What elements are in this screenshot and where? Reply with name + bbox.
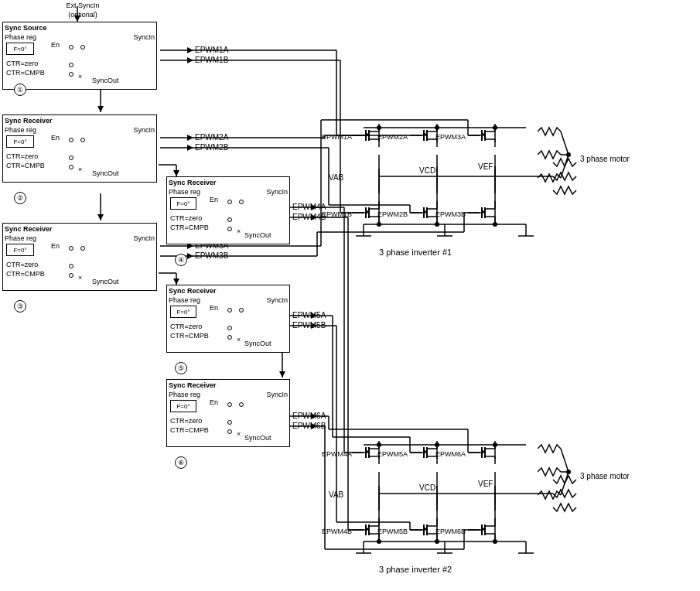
block4-en: En: [210, 196, 218, 203]
svg-marker-15: [187, 47, 193, 53]
block5-num: ⑤: [175, 362, 187, 374]
svg-line-247: [561, 155, 569, 178]
inv2-epwm5a-label: EPWM5A: [377, 450, 408, 458]
block3-title: Sync Receiver: [5, 225, 53, 233]
block3-phase-reg: Phase reg: [5, 234, 36, 242]
block1-ctr-sw1: [69, 63, 73, 67]
block2-x: ×: [78, 166, 82, 173]
block2-num: ②: [14, 192, 26, 204]
block3-f-box: F=0°: [6, 244, 34, 256]
epwm6b-label: EPWM6B: [292, 422, 326, 430]
svg-point-252: [566, 470, 571, 474]
inv1-vcd: VCD: [419, 166, 435, 175]
mosfet-2a-top: [410, 124, 464, 166]
block2-title: Sync Receiver: [5, 117, 53, 125]
block6-title: Sync Receiver: [169, 381, 217, 389]
block6-syncout: SyncOut: [244, 434, 271, 442]
motor1-coils: [538, 124, 584, 217]
block2: Sync Receiver Phase reg SyncIn F=0° En C…: [2, 114, 157, 183]
block6-cmpb-sw: [227, 429, 232, 434]
block1-syncout: SyncOut: [92, 77, 119, 84]
block1-sw2: [80, 45, 85, 50]
inv1-epwm3b-label: EPWM3B: [435, 210, 466, 218]
epwm1b-label: EPWM1B: [195, 56, 228, 64]
svg-line-249: [561, 449, 569, 472]
block4: Sync Receiver Phase reg SyncIn F=0° En C…: [166, 176, 290, 244]
block6-phase-reg: Phase reg: [169, 391, 200, 398]
block5-ctr-sw1: [227, 326, 232, 330]
block5-sw2: [239, 308, 244, 313]
mosfet-1b-bot: [352, 201, 406, 244]
block1-cmpb-sw: [69, 72, 73, 77]
diagram-container: Ext SyncIn (optional) Sync Source Phase …: [0, 0, 700, 591]
inv2-label: 3 phase inverter #2: [379, 565, 452, 574]
motor1-label: 3 phase motor: [580, 155, 630, 163]
block1-phase-reg: Phase reg: [5, 33, 36, 41]
block6: Sync Receiver Phase reg SyncIn F=0° En C…: [166, 379, 290, 447]
inv1-epwm1b-label: EPWM1B: [322, 210, 352, 218]
block4-f-box: F=0°: [170, 197, 196, 210]
svg-line-251: [561, 472, 569, 495]
block5-ctr-zero: CTR=zero: [170, 323, 202, 330]
motor2-label: 3 phase motor: [580, 472, 630, 480]
block3-syncout: SyncOut: [92, 278, 119, 285]
inv2-epwm6a-label: EPWM6A: [435, 450, 466, 458]
block5-title: Sync Receiver: [169, 287, 217, 295]
inv1-label: 3 phase inverter #1: [379, 248, 452, 257]
epwm1a-label: EPWM1A: [195, 46, 228, 54]
block2-ctr-sw1: [69, 155, 73, 160]
block6-ctr-sw1: [227, 420, 232, 425]
svg-marker-25: [187, 253, 193, 259]
block4-syncout: SyncOut: [244, 231, 271, 239]
svg-marker-5: [97, 214, 104, 220]
svg-marker-21: [187, 145, 193, 151]
inv2-epwm4b-label: EPWM4B: [322, 528, 352, 535]
block3: Sync Receiver Phase reg SyncIn F=0° En C…: [2, 223, 157, 291]
block4-num: ④: [175, 254, 187, 266]
block4-phase-reg: Phase reg: [169, 188, 200, 196]
mosfet-2b-bot: [410, 201, 464, 244]
epwm6a-label: EPWM6A: [292, 412, 326, 420]
inv1-epwm1a-label: EPWM1A: [322, 133, 352, 141]
block5: Sync Receiver Phase reg SyncIn F=0° En C…: [166, 285, 290, 353]
block3-ctr-sw1: [69, 264, 73, 268]
block1: Sync Source Phase reg SyncIn F=0° En CTR…: [2, 22, 157, 90]
block3-num: ③: [14, 300, 26, 313]
block1-ctr-zero: CTR=zero: [6, 60, 38, 67]
block3-sw1: [69, 246, 73, 251]
block1-syncin: SyncIn: [133, 33, 155, 41]
mosfet-3a-top: [468, 124, 522, 166]
epwm5b-label: EPWM5B: [292, 321, 326, 330]
block4-sw1: [227, 200, 232, 204]
block1-sw1: [69, 45, 73, 50]
block5-cmpb-sw: [227, 335, 232, 340]
block2-cmpb-sw: [69, 165, 73, 169]
block4-sw2: [239, 200, 244, 204]
block5-sw1: [227, 308, 232, 313]
block5-ctr-cmpb: CTR=CMPB: [170, 332, 209, 340]
block2-ctr-cmpb: CTR=CMPB: [6, 162, 45, 169]
inv1-vef: VEF: [478, 162, 493, 171]
mosfet-6a-top: [468, 441, 522, 483]
block4-ctr-zero: CTR=zero: [170, 214, 202, 222]
inv1-epwm2b-label: EPWM2B: [377, 210, 408, 218]
block3-x: ×: [78, 274, 82, 282]
inv1-epwm3a-label: EPWM3A: [435, 133, 466, 141]
inv2-epwm5b-label: EPWM5B: [377, 528, 408, 535]
block1-ctr-cmpb: CTR=CMPB: [6, 69, 45, 77]
block1-en: En: [51, 41, 60, 49]
mosfet-5a-top: [410, 441, 464, 483]
block2-sw1: [69, 138, 73, 142]
inv2-epwm4a-label: EPWM4A: [322, 450, 352, 458]
block4-title: Sync Receiver: [169, 179, 217, 186]
svg-marker-17: [187, 57, 193, 63]
block4-cmpb-sw: [227, 227, 232, 231]
block6-ctr-zero: CTR=zero: [170, 417, 202, 425]
block4-syncin: SyncIn: [266, 188, 288, 196]
inv2-vef: VEF: [478, 480, 493, 488]
block6-f-box: F=0°: [170, 400, 196, 412]
inv1-vab: VAB: [329, 173, 343, 182]
epwm3b-label: EPWM3B: [195, 251, 228, 260]
mosfet-4b-bot: [352, 518, 406, 561]
block6-en: En: [210, 398, 218, 406]
